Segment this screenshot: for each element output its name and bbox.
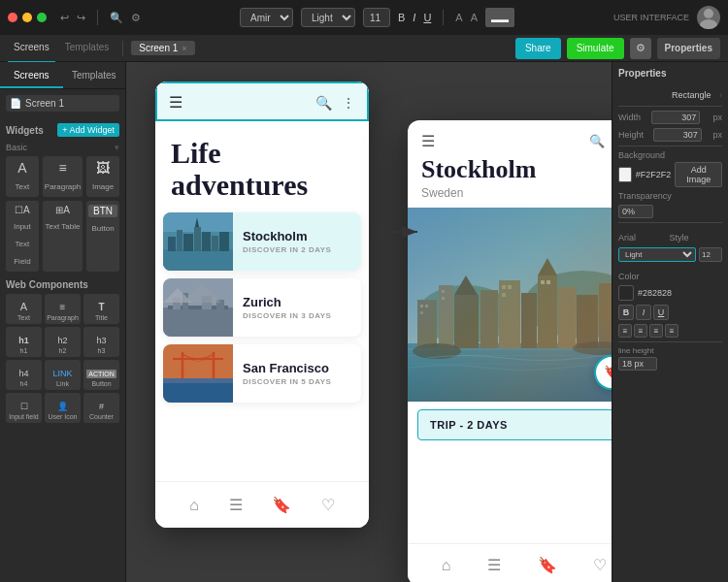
screen-item-1[interactable]: 📄 Screen 1 [6,95,119,112]
basic-section-label: Basic ▾ [6,143,119,152]
svg-rect-7 [183,234,193,251]
underline-format-button[interactable]: U [653,305,669,320]
font-weight-selector[interactable]: Light [301,8,355,27]
toolbar-center: Amir Light B I U A A ▬▬ [147,8,608,27]
detail-bookmark-icon[interactable]: 🔖 [538,556,557,574]
widget-button[interactable]: BTN Button [86,201,119,272]
web-widget-grid: A Text ≡ Paragraph T Title h1 h1 h2 h2 [6,294,119,423]
font-select[interactable]: Light [618,247,696,262]
web-h3-icon: h3 [96,336,106,345]
detail-heart-icon[interactable]: ♡ [593,556,607,574]
web-widget-h3[interactable]: h3 h3 [83,327,119,357]
align-justify-button[interactable]: ≡ [665,324,678,338]
font-size-input[interactable] [363,8,390,27]
detail-menu-icon[interactable]: ☰ [487,556,501,574]
redo-icon[interactable]: ↪ [77,12,85,24]
format-icon[interactable]: A [471,12,478,23]
web-widget-btn[interactable]: ACTION Button [83,360,119,390]
widget-table[interactable]: ⊞A Text Table [43,201,83,272]
home-nav-icon[interactable]: ⌂ [189,497,199,514]
width-input[interactable] [651,111,700,124]
search-icon[interactable]: 🔍 [110,12,123,24]
web-widget-input[interactable]: ☐ Input field [6,393,42,423]
line-height-input[interactable] [618,357,657,371]
stockholm-name: Stockholm [243,229,331,243]
gear-button[interactable]: ⚙ [630,38,651,59]
line-height-label: line height [618,346,722,355]
web-widget-link[interactable]: LINK Link [45,360,81,390]
opacity-input[interactable] [618,205,653,218]
properties-button[interactable]: Properties [657,38,720,59]
web-widget-h4[interactable]: h4 h4 [6,360,42,390]
detail-home-icon[interactable]: ⌂ [442,557,451,574]
web-widget-counter[interactable]: # Counter [83,393,119,423]
widget-paragraph[interactable]: ≡ Paragraph [43,156,83,197]
add-image-button[interactable]: Add Image [675,162,722,187]
sidebar-screens-tab[interactable]: Screens [0,62,63,88]
stockholm-sub: DISCOVER IN 2 DAYS [243,245,331,254]
italic-icon[interactable]: I [413,12,415,23]
share-button[interactable]: Share [515,38,561,59]
web-widget-text[interactable]: A Text [6,294,42,324]
font-selector[interactable]: Amir [240,8,293,27]
align-left-button[interactable]: ≡ [618,324,632,338]
detail-header: ☰ 🔍 ⋮ [408,120,612,156]
tools-icon[interactable]: ⚙ [131,12,141,24]
detail-search-icon[interactable]: 🔍 [589,134,605,148]
zurich-sub: DISCOVER IN 3 DAYS [243,311,331,320]
color-row: #F2F2F2 Add Image [618,162,722,187]
align-icon[interactable]: A [455,12,462,23]
city-card-sf[interactable]: San Francisco DISCOVER IN 5 DAYS [163,344,361,403]
width-label: Width [618,113,641,122]
web-widget-h1[interactable]: h1 h1 [6,327,42,357]
minimize-button[interactable] [22,13,32,22]
svg-rect-10 [212,236,218,251]
shape-type: Rectangle [672,90,711,100]
align-center-button[interactable]: ≡ [634,324,647,338]
web-widget-h2[interactable]: h2 h2 [45,327,81,357]
trip-label: TRIP - 2 DAYS [430,419,508,431]
web-widget-title[interactable]: T Title [83,294,119,324]
user-avatar[interactable] [697,6,720,29]
city-card-stockholm[interactable]: Stockholm DISCOVER IN 2 DAYS [163,212,361,271]
menu-nav-icon[interactable]: ☰ [229,496,243,514]
hamburger-icon[interactable]: ☰ [169,93,182,112]
widget-image[interactable]: 🖼 Image [86,156,119,197]
align-right-button[interactable]: ≡ [649,324,663,338]
screen1-tab[interactable]: Screen 1 × [131,41,194,55]
font-size-right-input[interactable] [699,247,722,262]
bold-icon[interactable]: B [398,12,405,23]
detail-hamburger-icon[interactable]: ☰ [421,132,435,150]
widget-input[interactable]: ☐A Input Text Field [6,201,39,272]
more-action-icon[interactable]: ⋮ [342,95,355,111]
web-input-icon: ☐ [20,402,28,411]
heart-nav-icon[interactable]: ♡ [321,496,335,514]
italic-format-button[interactable]: I [636,305,651,320]
search-action-icon[interactable]: 🔍 [315,95,332,111]
mode-toggle[interactable]: ▬▬ [485,8,514,27]
close-button[interactable] [8,13,17,22]
web-widget-user-icon[interactable]: 👤 User Icon [45,393,81,423]
simulate-button[interactable]: Simulate [567,38,624,59]
widget-text[interactable]: A Text [6,156,39,197]
bookmark-fab-icon: 🔖 [604,365,612,380]
color-swatch[interactable] [618,167,632,182]
screens-tab[interactable]: Screens [8,34,55,63]
city-card-zurich[interactable]: Zurich DISCOVER IN 3 DAYS [163,278,361,337]
templates-tab[interactable]: Templates [59,34,116,63]
undo-icon[interactable]: ↩ [60,12,69,24]
underline-icon[interactable]: U [423,12,431,23]
font-color-swatch[interactable] [618,285,634,301]
transparency-row: Transparency [618,191,722,201]
bookmark-nav-icon[interactable]: 🔖 [272,496,291,514]
mobile-header-left: ☰ 🔍 ⋮ [155,81,369,121]
color-section-2: Color [618,266,722,283]
add-widget-button[interactable]: + Add Widget [57,123,119,137]
web-widget-paragraph[interactable]: ≡ Paragraph [45,294,81,324]
trip-bar[interactable]: TRIP - 2 DAYS ∨ [417,409,612,440]
sidebar-templates-tab[interactable]: Templates [63,62,126,88]
web-h4-icon: h4 [18,369,28,378]
bold-format-button[interactable]: B [618,305,634,320]
maximize-button[interactable] [37,13,47,22]
height-input[interactable] [653,128,702,142]
